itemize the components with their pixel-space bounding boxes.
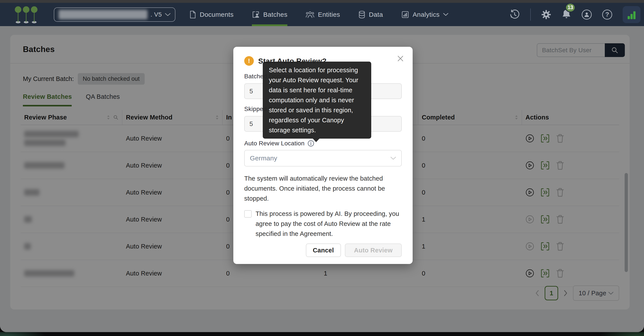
warning-icon: ! [244,56,254,66]
document-icon [189,10,196,19]
cancel-button[interactable]: Cancel [306,244,341,257]
workspace-name-redacted [58,10,148,19]
database-icon [358,10,365,19]
batches-icon [252,11,260,18]
profile-button[interactable] [582,9,592,19]
workspace-version: . V5 [150,11,162,18]
tooltip-arrow [312,138,320,142]
user-icon [584,12,590,17]
nav-divider [530,8,531,21]
history-button[interactable] [509,9,520,20]
workspace-selector[interactable]: . V5 [54,7,176,22]
tab-label: Analytics [413,11,440,18]
chevron-down-icon [390,157,396,160]
settings-button[interactable] [541,9,551,19]
tab-batches[interactable]: Batches [252,3,287,26]
tab-label: Batches [263,11,287,18]
entities-icon [306,11,314,18]
notification-badge: 13 [565,3,576,12]
auto-review-location-label: Auto Review Location [244,140,402,147]
nav-tabs: Documents Batches Entities Data Analytic… [189,3,467,26]
window-top-strip [0,0,644,3]
signal-bars-icon [627,10,636,19]
history-icon [509,9,520,20]
notifications-button[interactable]: 13 [562,9,571,20]
page-content: Batches My Current Batch: No batch check… [0,26,644,332]
modal-footer: Cancel Auto Review [244,244,402,257]
gear-icon [541,9,551,19]
ai-consent-row: This process is powered by AI. By procee… [244,209,402,239]
tab-label: Entities [318,11,340,18]
canopy-logo-icon[interactable] [15,5,38,24]
desktop-background [0,332,644,336]
modal-body-text: The system will automatically review the… [244,173,402,203]
tab-label: Documents [200,11,234,18]
location-tooltip: Select a location for processing your Au… [263,62,371,139]
tab-data[interactable]: Data [358,3,383,26]
question-mark-icon: ? [605,11,609,18]
auto-review-button[interactable]: Auto Review [345,244,402,257]
chevron-down-icon [443,13,448,16]
location-select[interactable]: Germany [244,150,402,167]
app-window: . V5 Documents Batches Entities Data [0,3,644,332]
ai-consent-label: This process is powered by AI. By procee… [256,209,402,239]
tab-documents[interactable]: Documents [189,3,234,26]
ai-consent-checkbox[interactable] [244,210,252,218]
analytics-icon [401,11,409,18]
nav-right-icons: 13 ? [509,6,644,23]
close-button[interactable] [397,55,404,62]
tab-label: Data [369,11,383,18]
usage-meter-button[interactable] [623,6,640,23]
active-tab-underline [252,24,287,26]
tab-analytics[interactable]: Analytics [401,3,448,26]
help-button[interactable]: ? [602,9,612,19]
close-icon [397,55,404,62]
chevron-down-icon [165,13,170,16]
tab-entities[interactable]: Entities [306,3,340,26]
top-nav: . V5 Documents Batches Entities Data [0,3,644,26]
